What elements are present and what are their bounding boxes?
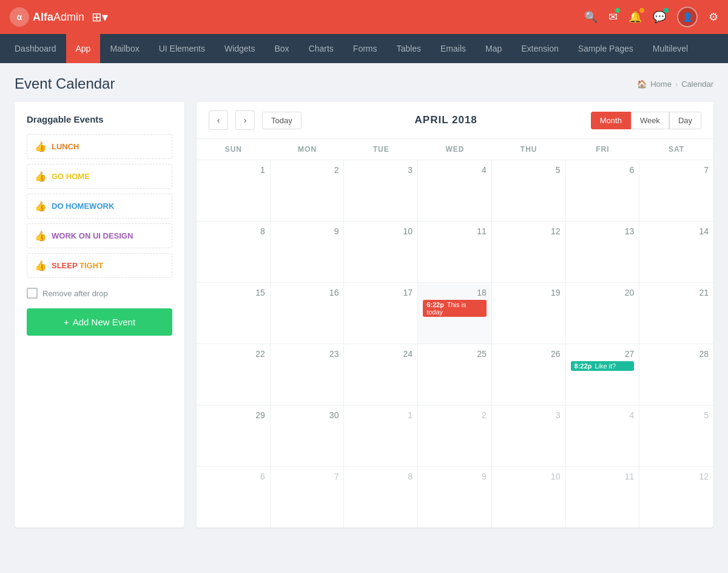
menu-bar: Dashboard App Mailbox UI Elements Widget… [0,34,728,63]
event-item-gohome[interactable]: 👍 GO HOME [27,164,172,189]
grid-icon[interactable]: ⊞▾ [92,10,108,24]
calendar-day-may10[interactable]: 10 [492,467,566,527]
calendar-day-17[interactable]: 17 [344,283,418,344]
add-event-button[interactable]: + Add New Event [27,308,172,336]
logo[interactable]: α AlfaAdmin [10,7,84,27]
menu-item-extension[interactable]: Extension [511,34,568,63]
event-item-lunch[interactable]: 👍 LUNCH [27,134,172,159]
menu-item-forms[interactable]: Forms [343,34,387,63]
event-tag-likeit[interactable]: 8:22p Like it? [571,361,635,371]
calendar-day-11[interactable]: 11 [418,222,492,282]
event-tag-today[interactable]: 6:22p This is today [423,300,487,317]
add-event-plus: + [64,317,69,327]
page-header: Event Calendar 🏠 Home › Calendar [0,63,728,102]
calendar-next-button[interactable]: › [235,110,255,130]
event-time: 6:22p [426,301,444,308]
calendar-day-15[interactable]: 15 [197,283,271,344]
menu-item-multilevel[interactable]: Multilevel [643,34,698,63]
search-icon[interactable]: 🔍 [584,10,598,24]
chat-icon[interactable]: 💬 [653,10,666,24]
menu-item-tables[interactable]: Tables [387,34,431,63]
settings-icon[interactable]: ⚙ [709,10,718,24]
calendar-day-may1[interactable]: 1 [344,405,418,466]
calendar-day-9[interactable]: 9 [271,222,345,282]
menu-item-charts[interactable]: Charts [299,34,343,63]
calendar-day-may4[interactable]: 4 [566,405,640,466]
calendar-day-26[interactable]: 26 [492,344,566,405]
calendar-week-2: 8 9 10 11 12 13 14 [197,222,713,283]
view-buttons: Month Week Day [591,112,701,129]
calendar-day-30[interactable]: 30 [271,405,345,466]
menu-item-mailbox[interactable]: Mailbox [100,34,149,63]
calendar-day-7[interactable]: 7 [639,160,713,221]
calendar-day-may6[interactable]: 6 [197,467,271,527]
calendar-day-22[interactable]: 22 [197,344,271,405]
top-bar-left: α AlfaAdmin ⊞▾ [10,7,108,27]
menu-item-emails[interactable]: Emails [431,34,476,63]
calendar-day-28[interactable]: 28 [639,344,713,405]
calendar-day-14[interactable]: 14 [639,222,713,282]
breadcrumb: 🏠 Home › Calendar [637,80,713,89]
sidebar: Draggable Events 👍 LUNCH 👍 GO HOME 👍 DO … [15,102,184,527]
menu-item-widgets[interactable]: Widgets [215,34,265,63]
calendar-day-16[interactable]: 16 [271,283,345,344]
event-homework-icon: 👍 [35,200,47,212]
menu-item-map[interactable]: Map [476,34,511,63]
calendar-day-21[interactable]: 21 [639,283,713,344]
event-homework-label: DO HOMEWORK [52,202,114,211]
avatar[interactable]: 👤 [677,7,698,27]
event-ui-label: WORK ON UI DESIGN [52,231,133,240]
calendar-day-3[interactable]: 3 [344,160,418,221]
calendar-day-10[interactable]: 10 [344,222,418,282]
email-icon[interactable]: ✉ [608,10,618,24]
day-header-tue: TUE [344,139,418,160]
event-item-homework[interactable]: 👍 DO HOMEWORK [27,194,172,219]
calendar-day-4[interactable]: 4 [418,160,492,221]
calendar-day-29[interactable]: 29 [197,405,271,466]
calendar-day-12[interactable]: 12 [492,222,566,282]
page-title: Event Calendar [15,75,115,92]
bell-icon[interactable]: 🔔 [629,10,642,24]
calendar-day-may2[interactable]: 2 [418,405,492,466]
calendar-day-18[interactable]: 18 6:22p This is today [418,283,492,344]
calendar-day-27[interactable]: 27 8:22p Like it? [566,344,640,405]
menu-item-sample-pages[interactable]: Sample Pages [568,34,643,63]
event-gohome-label: GO HOME [52,172,90,181]
view-week-button[interactable]: Week [631,112,669,129]
calendar-day-13[interactable]: 13 [566,222,640,282]
view-month-button[interactable]: Month [591,112,631,129]
calendar-header: ‹ › Today APRIL 2018 Month Week Day [197,102,713,139]
calendar-week-6: 6 7 8 9 10 11 12 [197,467,713,527]
calendar-day-2[interactable]: 2 [271,160,345,221]
calendar-day-may9[interactable]: 9 [418,467,492,527]
event-lunch-icon: 👍 [35,141,47,152]
breadcrumb-home[interactable]: Home [650,80,672,89]
calendar-day-23[interactable]: 23 [271,344,345,405]
calendar-day-24[interactable]: 24 [344,344,418,405]
event-item-ui-design[interactable]: 👍 WORK ON UI DESIGN [27,223,172,248]
event-ui-icon: 👍 [35,230,47,242]
calendar-day-may11[interactable]: 11 [566,467,640,527]
calendar-day-1[interactable]: 1 [197,160,271,221]
view-day-button[interactable]: Day [669,112,701,129]
calendar-day-6[interactable]: 6 [566,160,640,221]
calendar-day-may3[interactable]: 3 [492,405,566,466]
calendar-day-may7[interactable]: 7 [271,467,345,527]
event-item-sleep[interactable]: 👍 SLEEP TIGHT [27,253,172,278]
menu-item-app[interactable]: App [66,34,101,63]
calendar-day-may8[interactable]: 8 [344,467,418,527]
menu-item-dashboard[interactable]: Dashboard [5,34,66,63]
calendar-day-8[interactable]: 8 [197,222,271,282]
calendar-day-may12[interactable]: 12 [639,467,713,527]
calendar-day-may5[interactable]: 5 [639,405,713,466]
menu-item-box[interactable]: Box [265,34,299,63]
calendar-prev-button[interactable]: ‹ [209,110,228,130]
calendar-day-19[interactable]: 19 [492,283,566,344]
chat-badge [664,8,669,13]
calendar-day-25[interactable]: 25 [418,344,492,405]
remove-after-drop-checkbox[interactable] [27,288,38,299]
calendar-day-20[interactable]: 20 [566,283,640,344]
today-button[interactable]: Today [262,112,302,129]
menu-item-ui-elements[interactable]: UI Elements [149,34,215,63]
calendar-day-5[interactable]: 5 [492,160,566,221]
